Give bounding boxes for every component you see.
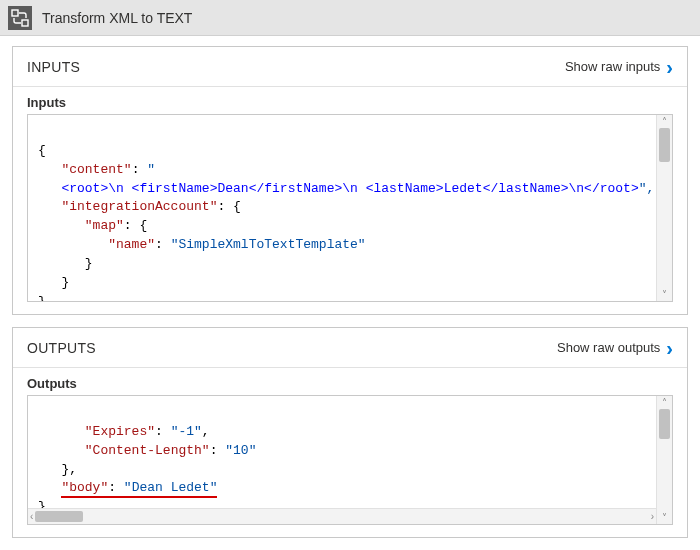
titlebar-title: Transform XML to TEXT <box>42 10 192 26</box>
titlebar: Transform XML to TEXT <box>0 0 700 36</box>
scroll-up-icon[interactable]: ˄ <box>662 396 667 409</box>
outputs-vertical-scrollbar[interactable]: ˄ ˅ <box>656 396 672 524</box>
outputs-panel: OUTPUTS Show raw outputs › Outputs "Expi… <box>12 327 688 538</box>
chevron-right-icon: › <box>666 341 673 355</box>
scroll-down-icon[interactable]: ˅ <box>662 288 667 301</box>
chevron-right-icon: › <box>666 60 673 74</box>
outputs-codebox[interactable]: "Expires": "-1", "Content-Length": "10" … <box>27 395 673 525</box>
svg-rect-0 <box>12 10 18 16</box>
svg-rect-1 <box>22 20 28 26</box>
scroll-up-icon[interactable]: ˄ <box>662 115 667 128</box>
outputs-horizontal-scrollbar[interactable]: ‹ › <box>28 508 656 524</box>
content-area: INPUTS Show raw inputs › Inputs { "conte… <box>0 36 700 550</box>
outputs-header: OUTPUTS Show raw outputs › <box>13 328 687 368</box>
outputs-header-title: OUTPUTS <box>27 340 96 356</box>
outputs-sub-label: Outputs <box>13 368 687 395</box>
scroll-right-icon[interactable]: › <box>649 511 656 522</box>
inputs-codebox[interactable]: { "content": " <root>\n <firstName>Dean<… <box>27 114 673 302</box>
inputs-panel: INPUTS Show raw inputs › Inputs { "conte… <box>12 46 688 315</box>
outputs-code: "Expires": "-1", "Content-Length": "10" … <box>28 396 672 524</box>
scroll-down-icon[interactable]: ˅ <box>662 511 667 524</box>
show-raw-inputs-button[interactable]: Show raw inputs › <box>565 59 673 74</box>
show-raw-inputs-label: Show raw inputs <box>565 59 660 74</box>
inputs-header: INPUTS Show raw inputs › <box>13 47 687 87</box>
inputs-sub-label: Inputs <box>13 87 687 114</box>
inputs-header-title: INPUTS <box>27 59 80 75</box>
show-raw-outputs-button[interactable]: Show raw outputs › <box>557 340 673 355</box>
inputs-code: { "content": " <root>\n <firstName>Dean<… <box>28 115 672 301</box>
transform-icon <box>8 6 32 30</box>
scroll-left-icon[interactable]: ‹ <box>28 511 35 522</box>
inputs-vertical-scrollbar[interactable]: ˄ ˅ <box>656 115 672 301</box>
show-raw-outputs-label: Show raw outputs <box>557 340 660 355</box>
